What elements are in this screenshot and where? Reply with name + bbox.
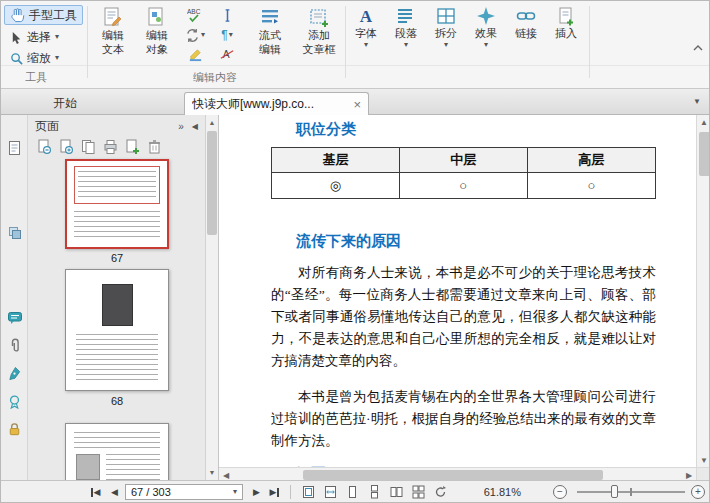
thumbnails-scrollbar-thumb[interactable] [207, 131, 217, 235]
zoom-out-button[interactable]: − [553, 485, 567, 499]
scroll-right-icon: ▶ [686, 471, 692, 480]
find-replace-button[interactable]: ▾ [181, 26, 209, 44]
scroll-up-icon: ▲ [700, 118, 708, 127]
single-page-view-button[interactable] [343, 484, 361, 500]
link-button[interactable]: 链接 [507, 6, 545, 40]
continuous-facing-view-button[interactable] [409, 484, 427, 500]
highlight-text-icon [188, 47, 203, 62]
insert-button[interactable]: 插入 [547, 6, 585, 40]
doc-scroll-up-button[interactable]: ▲ [697, 115, 710, 129]
effect-button[interactable]: 效果 ▾ [467, 6, 505, 49]
tab-start[interactable]: 开始 [35, 93, 95, 114]
first-page-bar [91, 488, 93, 497]
shrink-thumbnail-button[interactable] [37, 139, 52, 158]
navigation-panel-strip [1, 115, 28, 480]
document-view[interactable]: 职位分类 基层 中层 高层 ◎ ○ ○ 流传下来的原因 对所有商务人士来说，本书… [219, 115, 696, 467]
doc-vscrollbar-thumb[interactable] [699, 132, 710, 176]
doc-table: 基层 中层 高层 ◎ ○ ○ [271, 147, 656, 199]
spellcheck-icon: ABC [187, 7, 203, 23]
zoom-tool-button[interactable]: 缩放 ▾ [4, 48, 65, 68]
select-tool-button[interactable]: 选择 ▾ [4, 27, 65, 47]
font-button[interactable]: A 字体 ▾ [347, 6, 385, 49]
doc-table-cell: ○ [527, 173, 655, 199]
find-replace-caret-icon: ▾ [201, 31, 205, 39]
page-thumbnails-icon [7, 140, 22, 156]
tab-document[interactable]: 快读大师[www.j9p.co... × [184, 92, 369, 115]
pages-panel-title: 页面 [35, 118, 170, 135]
scroll-down-icon: ▼ [209, 469, 216, 476]
signature-panel-button[interactable] [6, 365, 23, 382]
edit-object-button[interactable]: 编辑 对象 [137, 6, 177, 56]
comments-panel-button[interactable] [6, 309, 23, 326]
doc-scroll-down-button[interactable]: ▼ [697, 453, 710, 467]
paragraph-button[interactable]: 段落 ▾ [387, 6, 425, 49]
delete-page-button[interactable] [147, 139, 162, 158]
page-number-input[interactable]: 67 / 303 ▾ [125, 484, 243, 500]
panel-collapse-button[interactable]: ◀ [192, 122, 198, 131]
split-button[interactable]: 拆分 ▾ [427, 6, 465, 49]
rotate-view-button[interactable] [431, 484, 449, 500]
highlight-text-button[interactable] [181, 45, 209, 63]
document-vertical-scrollbar[interactable]: ▲ ▼ [696, 115, 710, 467]
zoom-slider-thumb[interactable] [611, 485, 618, 498]
hand-icon [10, 8, 25, 23]
svg-text:ABC: ABC [187, 8, 201, 15]
print-page-button[interactable] [103, 139, 118, 158]
page-number-caret-icon: ▾ [233, 488, 237, 496]
stamps-panel-button[interactable] [6, 393, 23, 410]
doc-table-header: 中层 [399, 148, 527, 173]
last-page-button[interactable]: ▶ [266, 484, 283, 500]
last-page-bar [277, 488, 279, 497]
facing-view-button[interactable] [387, 484, 405, 500]
thumbnails-panel-button[interactable] [6, 139, 23, 156]
edit-content-group-label: 编辑内容 [193, 70, 237, 85]
previous-page-button[interactable]: ◀ [106, 484, 123, 500]
add-article-box-button[interactable]: 添加 文章框 [295, 6, 343, 56]
next-page-button[interactable]: ▶ [248, 484, 265, 500]
zoom-tool-label: 缩放 [27, 50, 51, 67]
effect-caret-icon: ▾ [484, 41, 488, 49]
add-page-button[interactable] [125, 139, 140, 158]
panel-menu-button[interactable]: » [178, 121, 184, 132]
multiple-pages-button[interactable] [81, 139, 96, 158]
paragraph-mark-button[interactable]: ¶ ▾ [213, 26, 241, 44]
enlarge-thumbnail-button[interactable] [59, 139, 74, 158]
thumbnails-scroll-down-button[interactable]: ▼ [206, 466, 218, 479]
flow-edit-button[interactable]: 流式 编辑 [249, 6, 291, 56]
collapse-ribbon-button[interactable] [693, 41, 703, 55]
zoom-in-icon: + [695, 487, 701, 497]
spellcheck-button[interactable]: ABC [181, 6, 209, 24]
pdf-page: 职位分类 基层 中层 高层 ◎ ○ ○ 流传下来的原因 对所有商务人士来说，本书… [219, 115, 696, 467]
hand-tool-button[interactable]: 手型工具 [4, 5, 83, 25]
ribbon: 手型工具 选择 ▾ 缩放 ▾ 工具 编辑 文本 编辑 对象 ABC [1, 1, 709, 89]
tab-list-button[interactable]: ▼ [693, 97, 701, 106]
paragraph-mark-caret-icon: ▾ [229, 31, 233, 39]
zoom-in-button[interactable]: + [691, 485, 705, 499]
doc-hscrollbar-thumb[interactable] [303, 470, 603, 480]
doc-table-header: 高层 [527, 148, 655, 173]
thumbnails-scrollbar[interactable]: ▲ ▼ [205, 115, 218, 480]
pages-panel-toolbar [28, 137, 205, 159]
thumbnail-text-lines [74, 432, 160, 450]
thumbnails-scroll-up-button[interactable]: ▲ [206, 116, 218, 129]
clear-format-button[interactable]: A [213, 45, 241, 63]
page-thumbnail-67[interactable] [65, 159, 169, 249]
tab-close-icon[interactable]: × [353, 98, 361, 111]
pages-panel-header: 页面 » ◀ [28, 115, 205, 137]
first-page-button[interactable]: ◀ [87, 484, 104, 500]
flow-edit-label-1: 流式 [259, 29, 281, 42]
security-panel-button[interactable] [6, 421, 23, 438]
doc-paragraph-1: 对所有商务人士来说，本书是必不可少的关于理论思考技术的“圣经”。每一位商务人士都… [271, 262, 656, 372]
continuous-view-button[interactable] [365, 484, 383, 500]
page-thumbnail-68[interactable] [65, 269, 169, 391]
attachments-panel-button[interactable] [6, 337, 23, 354]
edit-text-label-1: 编辑 [102, 29, 124, 42]
thumbnail-cover-image [102, 284, 133, 326]
rotate-view-icon [434, 485, 447, 499]
text-cursor-button[interactable] [213, 6, 241, 24]
layers-panel-button[interactable] [6, 224, 23, 241]
padlock-icon [7, 422, 22, 437]
fit-page-button[interactable] [299, 484, 317, 500]
fit-width-button[interactable] [321, 484, 339, 500]
edit-text-button[interactable]: 编辑 文本 [93, 6, 133, 56]
